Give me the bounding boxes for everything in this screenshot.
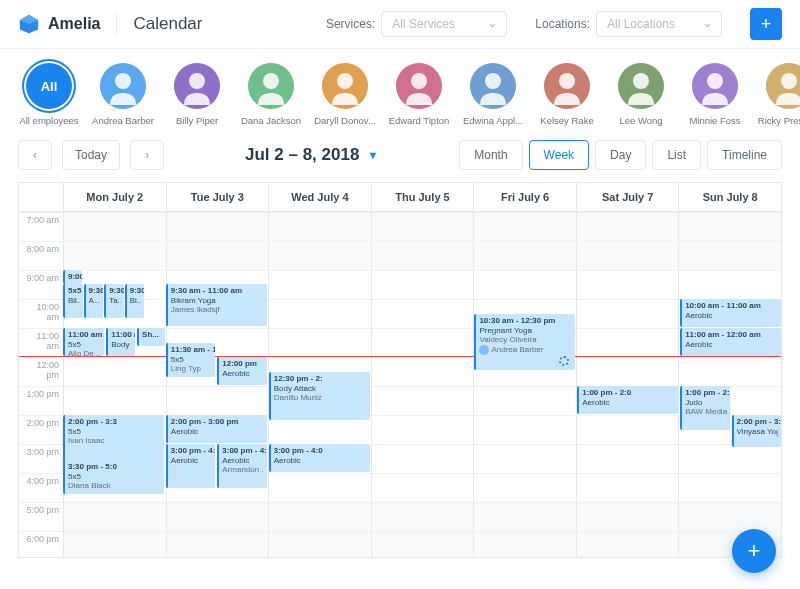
event-person: Armandon ...	[222, 465, 263, 475]
employee-avatar	[174, 63, 220, 109]
locations-select[interactable]: All Locations	[596, 11, 722, 37]
employee-avatar	[766, 63, 800, 109]
calendar-body[interactable]: 7:00 am8:00 am9:00 am10:00 am11:00 am12:…	[19, 212, 781, 558]
calendar-event[interactable]: 3:00 pm - 4:3AerobicArmandon ...	[217, 444, 266, 488]
fab-add-button[interactable]: +	[732, 529, 776, 573]
employee-avatar	[692, 63, 738, 109]
view-month-button[interactable]: Month	[459, 140, 522, 170]
calendar-event[interactable]: 9:30Bi...	[125, 284, 145, 318]
event-time: 3:00 pm - 4:3	[222, 446, 263, 456]
event-time: 3:00 pm - 4:0	[274, 446, 367, 456]
employee-kelsey[interactable]: Kelsey Rake	[536, 63, 598, 126]
calendar-event[interactable]: 3:00 pm - 4:0Aerobic	[269, 444, 370, 472]
calendar-event[interactable]: 9:00	[63, 270, 82, 284]
view-timeline-button[interactable]: Timeline	[707, 140, 782, 170]
time-label: 1:00 pm	[19, 386, 63, 415]
time-label: 3:00 pm	[19, 444, 63, 473]
brand-logo-icon	[18, 13, 40, 35]
calendar-event[interactable]: 10:00 am - 11:00 amAerobic	[680, 299, 781, 327]
add-button[interactable]: +	[750, 8, 782, 40]
svg-point-19	[707, 73, 723, 89]
calendar-event[interactable]: 9:30Ta...	[104, 284, 124, 318]
event-title: Judo	[685, 398, 726, 408]
time-label: 11:00 am	[19, 328, 63, 357]
svg-point-5	[189, 73, 205, 89]
employee-minnie[interactable]: Minnie Foss	[684, 63, 746, 126]
employee-avatar	[618, 63, 664, 109]
employee-avatar	[322, 63, 368, 109]
calendar-event[interactable]: 10:30 am - 12:30 pmPregnant YogaValdecy …	[474, 314, 575, 370]
event-time: 9:30	[89, 286, 101, 296]
day-header: Mon July 2	[63, 183, 166, 211]
date-range-label: Jul 2 – 8, 2018	[245, 145, 359, 165]
event-title: Aerobic	[171, 456, 212, 466]
calendar-event[interactable]: 1:00 pm - 2:0Aerobic	[577, 386, 678, 414]
svg-point-21	[781, 73, 797, 89]
calendar-event[interactable]: 11:00 am5x5Aijo De ...	[63, 328, 104, 356]
event-time: 2:00 pm - 3:3	[68, 417, 161, 427]
event-time: 1:00 pm - 2:3	[685, 388, 726, 398]
event-time: 11:00 am	[111, 330, 132, 340]
event-time: 2:00 pm - 3:00 pm	[171, 417, 264, 427]
employee-avatar	[470, 63, 516, 109]
view-day-button[interactable]: Day	[595, 140, 646, 170]
time-label: 4:00 pm	[19, 473, 63, 502]
event-assignee: Andrea Barber	[479, 345, 572, 355]
events-layer: 9:005x5Bil...9:30A...9:30Ta...9:30Bi...1…	[63, 212, 781, 558]
view-week-button[interactable]: Week	[529, 140, 589, 170]
calendar-event[interactable]: 3:30 pm - 5:05x5Diana Black	[63, 460, 164, 494]
event-title: Aerobic	[582, 398, 675, 408]
calendar-event[interactable]: 12:00 pmAerobic	[217, 357, 266, 385]
calendar-event[interactable]: 11:00 am - 12:00 amAerobic	[680, 328, 781, 356]
calendar-event[interactable]: Sh...	[137, 328, 165, 346]
employee-lee[interactable]: Lee Wong	[610, 63, 672, 126]
employee-andrea[interactable]: Andrea Barber	[92, 63, 154, 126]
today-button[interactable]: Today	[62, 140, 120, 170]
event-title: Aerobic	[274, 456, 367, 466]
time-label: 8:00 am	[19, 241, 63, 270]
services-label: Services:	[326, 17, 375, 31]
services-select[interactable]: All Services	[381, 11, 507, 37]
day-header: Fri July 6	[473, 183, 576, 211]
view-list-button[interactable]: List	[652, 140, 701, 170]
calendar-event[interactable]: 5x5Bil...	[63, 284, 83, 318]
calendar-event[interactable]: 2:00 pm - 3:0Vinyasa Yoga	[732, 415, 781, 447]
next-button[interactable]: ›	[130, 140, 164, 170]
calendar-event[interactable]: 9:30A...	[84, 284, 104, 318]
event-title: A...	[89, 296, 101, 306]
calendar-event[interactable]: 11:30 am - 1:5x5Ling Typ	[166, 343, 215, 377]
calendar-toolbar: ‹ Today › Jul 2 – 8, 2018 ▼ MonthWeekDay…	[0, 134, 800, 182]
calendar-event[interactable]: 9:30 am - 11:00 amBikram YogaJames Ikads…	[166, 284, 267, 326]
prev-button[interactable]: ‹	[18, 140, 52, 170]
employee-ricky[interactable]: Ricky Pressley	[758, 63, 800, 126]
calendar-event[interactable]: 2:00 pm - 3:00 pmAerobic	[166, 415, 267, 443]
event-time: 11:00 am	[68, 330, 101, 340]
employee-edward[interactable]: Edward Tipton	[388, 63, 450, 126]
calendar-event[interactable]: 1:00 pm - 2:3JudoBAW Media	[680, 386, 729, 430]
event-title: Bil...	[68, 296, 80, 306]
employee-daryll[interactable]: Daryll Donov...	[314, 63, 376, 126]
time-label: 7:00 am	[19, 212, 63, 241]
calendar-event[interactable]: 2:00 pm - 3:35x5Ivan Isaac	[63, 415, 164, 463]
view-switcher: MonthWeekDayListTimeline	[459, 140, 782, 170]
employee-dana[interactable]: Dana Jackson	[240, 63, 302, 126]
employee-all[interactable]: AllAll employees	[18, 63, 80, 126]
svg-point-3	[115, 73, 131, 89]
employees-row: AllAll employeesAndrea BarberBilly Piper…	[0, 49, 800, 134]
event-time: 2:00 pm - 3:0	[737, 417, 778, 427]
employee-edwina[interactable]: Edwina Appl...	[462, 63, 524, 126]
time-label: 12:00 pm	[19, 357, 63, 386]
svg-point-15	[559, 73, 575, 89]
services-filter: Services: All Services	[326, 11, 507, 37]
calendar-event[interactable]: 11:00 amBody Co...	[106, 328, 135, 356]
employee-label: Lee Wong	[619, 115, 662, 126]
employee-billy[interactable]: Billy Piper	[166, 63, 228, 126]
event-title: Body Co...	[111, 340, 132, 350]
event-title: Aerobic	[685, 340, 778, 350]
calendar-event[interactable]: 12:30 pm - 2:Body AttackDanillo Muniz	[269, 372, 370, 420]
svg-point-9	[337, 73, 353, 89]
event-person: Danillo Muniz	[274, 393, 367, 403]
time-label: 2:00 pm	[19, 415, 63, 444]
date-range-caret-icon[interactable]: ▼	[367, 149, 378, 161]
calendar-event[interactable]: 3:00 pm - 4:0Aerobic	[166, 444, 215, 488]
